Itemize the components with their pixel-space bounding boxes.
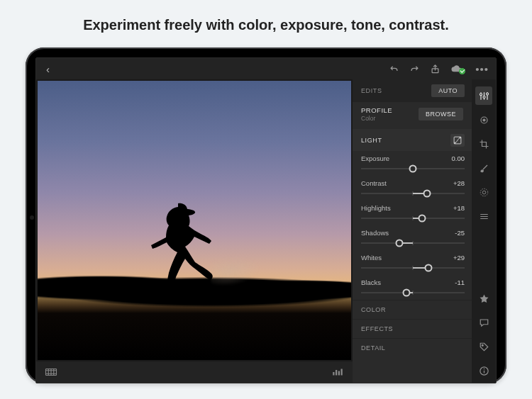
slider-track[interactable] [361,164,465,174]
slider-value: -25 [455,229,465,237]
light-section-label: LIGHT [361,137,382,144]
slider-row-exposure: Exposure0.00 [353,151,472,176]
slider-knob[interactable] [403,289,411,297]
slider-knob[interactable] [424,264,432,272]
undo-icon[interactable] [389,64,399,74]
svg-point-19 [482,191,486,194]
section-color[interactable]: COLOR [353,300,472,319]
app-screen: ‹ ••• [35,57,497,383]
slider-knob[interactable] [419,215,426,223]
cloud-sync-icon[interactable] [450,64,465,74]
slider-track[interactable] [361,263,465,273]
slider-label: Blacks [361,279,381,286]
target-adjust-icon[interactable] [475,111,492,129]
edits-label: EDITS [361,87,382,94]
tool-rail [472,79,496,383]
edited-photo[interactable] [38,81,351,360]
slider-label: Contrast [361,179,387,187]
slider-label: Shadows [361,229,389,237]
adjust-sliders-icon[interactable] [475,86,492,105]
svg-point-26 [483,368,484,369]
slider-track[interactable] [361,238,465,248]
slider-knob[interactable] [396,240,404,247]
section-detail[interactable]: DETAIL [353,338,472,357]
tablet-frame: ‹ ••• [26,47,506,383]
slider-row-shadows: Shadows-25 [353,225,472,250]
profile-label: PROFILE [361,106,392,114]
browse-profile-button[interactable]: BROWSE [419,108,463,120]
slider-value: 0.00 [452,154,465,162]
star-icon[interactable] [475,289,492,308]
marketing-headline: Experiment freely with color, exposure, … [0,0,532,47]
info-icon[interactable] [475,361,492,380]
slider-track[interactable] [361,189,465,198]
image-canvas [36,79,353,383]
brush-icon[interactable] [475,159,492,177]
filmstrip-icon[interactable] [45,367,57,377]
slider-value: +29 [453,254,465,262]
tone-curve-button[interactable] [450,134,465,147]
slider-label: Highlights [361,204,391,212]
slider-row-highlights: Highlights+18 [353,201,472,225]
slider-label: Whites [361,254,382,262]
edit-panel: EDITS AUTO PROFILE Color BROWSE LIGHT [353,79,472,383]
svg-point-15 [486,93,488,95]
auto-button[interactable]: AUTO [431,84,465,97]
linear-gradient-icon[interactable] [475,207,492,225]
redo-icon[interactable] [409,64,420,74]
svg-point-18 [480,189,488,196]
section-effects[interactable]: EFFECTS [353,319,472,338]
slider-value: +28 [453,179,465,187]
profile-value: Color [361,115,392,122]
svg-point-11 [480,93,482,95]
svg-point-8 [455,142,456,144]
slider-row-blacks: Blacks-11 [353,275,472,300]
crop-icon[interactable] [475,135,492,153]
sync-ok-badge [459,68,465,74]
slider-row-whites: Whites+29 [353,250,472,275]
slider-value: +18 [453,204,465,212]
tablet-camera [30,215,34,220]
share-icon[interactable] [430,64,440,74]
slider-knob[interactable] [409,165,417,173]
svg-point-9 [460,137,461,139]
comment-icon[interactable] [475,313,492,332]
histogram-icon[interactable] [331,367,344,377]
slider-value: -11 [455,279,465,286]
slider-knob[interactable] [423,190,431,198]
more-icon[interactable]: ••• [475,63,489,75]
top-toolbar: ‹ ••• [36,58,496,79]
svg-point-13 [483,96,485,98]
radial-gradient-icon[interactable] [475,183,492,201]
subject-silhouette [139,198,224,318]
canvas-bottom-bar [36,361,353,383]
svg-point-23 [482,344,483,346]
slider-label: Exposure [361,154,389,162]
slider-row-contrast: Contrast+28 [353,176,472,201]
slider-track[interactable] [361,288,465,298]
tag-icon[interactable] [475,337,492,356]
back-button[interactable]: ‹ [43,60,52,78]
svg-point-17 [483,119,485,121]
slider-track[interactable] [361,213,465,223]
